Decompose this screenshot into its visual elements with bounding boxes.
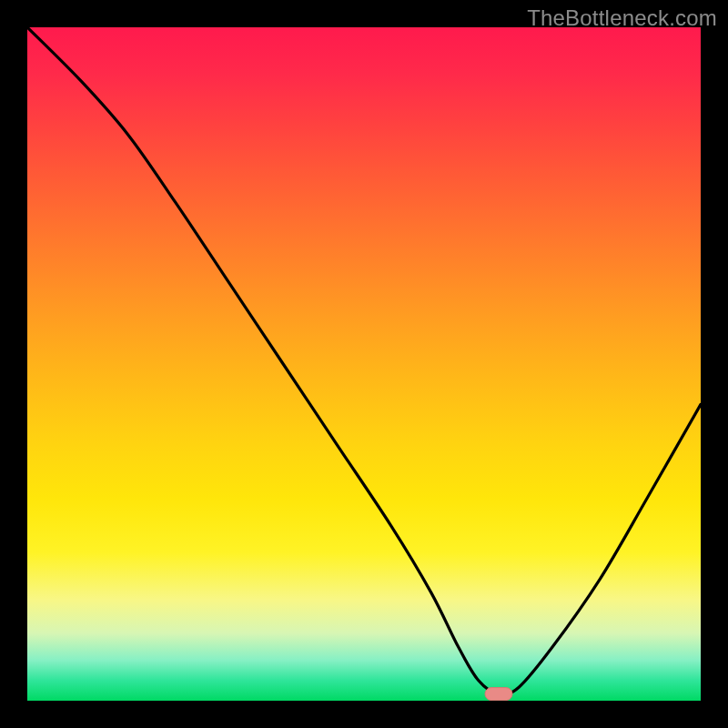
bottleneck-curve [27,27,701,701]
optimum-marker [485,688,512,701]
plot-area [27,27,701,701]
curve-path [27,27,701,694]
chart-frame: TheBottleneck.com [0,0,728,728]
